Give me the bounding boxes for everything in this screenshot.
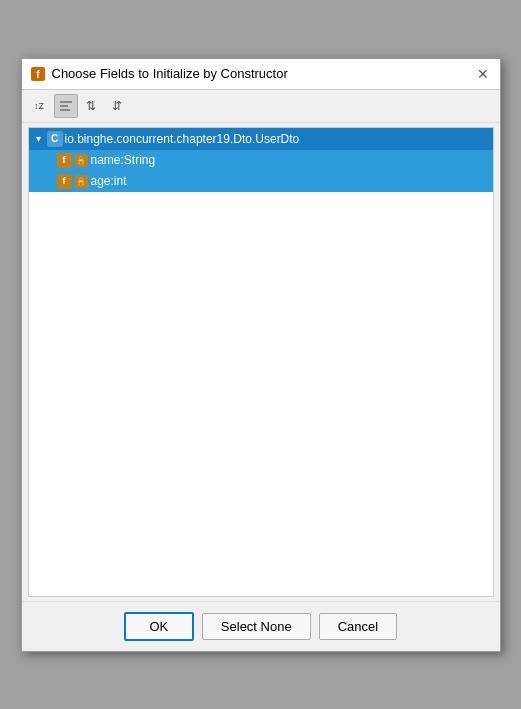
cancel-button[interactable]: Cancel xyxy=(319,613,397,640)
title-bar: f Choose Fields to Initialize by Constru… xyxy=(22,59,500,90)
lock-icon-2: 🔒 xyxy=(75,175,88,188)
select-none-button[interactable]: Select None xyxy=(202,613,311,640)
lock-icon: 🔒 xyxy=(75,154,88,167)
field-age-label: age:int xyxy=(91,174,127,188)
svg-text:↕Z: ↕Z xyxy=(34,101,45,111)
field-item-age[interactable]: f 🔒 age:int xyxy=(29,171,493,192)
tree-container: ▾ C io.binghe.concurrent.chapter19.Dto.U… xyxy=(28,127,494,597)
field-name-label: name:String xyxy=(91,153,156,167)
chevron-down-icon: ▾ xyxy=(33,133,45,144)
svg-rect-3 xyxy=(60,101,72,103)
sort-group-button[interactable] xyxy=(54,94,78,118)
dialog: f Choose Fields to Initialize by Constru… xyxy=(21,58,501,652)
dialog-footer: OK Select None Cancel xyxy=(22,601,500,651)
sort-az-button[interactable]: ↕Z xyxy=(28,94,52,118)
svg-rect-5 xyxy=(60,109,70,111)
field-f-icon-2: f xyxy=(57,174,72,189)
field-item-name[interactable]: f 🔒 name:String xyxy=(29,150,493,171)
expand-all-button[interactable]: ⇅ xyxy=(80,94,104,118)
close-button[interactable]: ✕ xyxy=(474,65,492,83)
collapse-all-button[interactable]: ⇵ xyxy=(106,94,130,118)
svg-text:⇅: ⇅ xyxy=(86,99,96,113)
tree-root-item[interactable]: ▾ C io.binghe.concurrent.chapter19.Dto.U… xyxy=(29,128,493,150)
field-f-icon: f xyxy=(57,153,72,168)
dialog-icon: f xyxy=(30,66,46,82)
svg-rect-4 xyxy=(60,105,68,107)
svg-text:⇵: ⇵ xyxy=(112,99,122,113)
dialog-title: Choose Fields to Initialize by Construct… xyxy=(52,66,468,81)
class-icon: C xyxy=(47,131,63,147)
class-label: io.binghe.concurrent.chapter19.Dto.UserD… xyxy=(65,132,300,146)
ok-button[interactable]: OK xyxy=(124,612,194,641)
toolbar: ↕Z ⇅ ⇵ xyxy=(22,90,500,123)
